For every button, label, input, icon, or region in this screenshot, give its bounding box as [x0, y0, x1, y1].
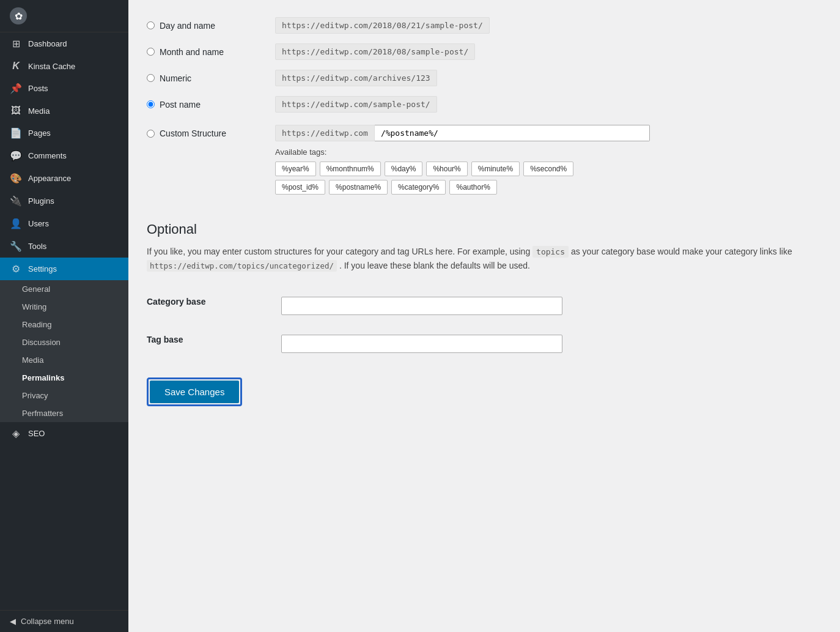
custom-url-input[interactable] [375, 125, 650, 141]
tag-button[interactable]: %author% [449, 180, 496, 195]
tag-button[interactable]: %post_id% [275, 180, 325, 195]
optional-title: Optional [147, 221, 822, 237]
permalink-option-numeric: Numeric https://editwp.com/archives/123 [147, 65, 822, 91]
radio-label-post-name[interactable]: Post name [147, 100, 263, 110]
sidebar: ✿ ⊞ Dashboard K Kinsta Cache 📌 Posts 🖼 M… [0, 0, 128, 632]
radio-numeric[interactable] [147, 74, 155, 82]
radio-post-name[interactable] [147, 100, 155, 108]
radio-month-name[interactable] [147, 48, 155, 56]
url-display-day-name: https://editwp.com/2018/08/21/sample-pos… [275, 17, 490, 34]
submenu-item-media[interactable]: Media [0, 351, 128, 369]
pages-icon: 📄 [10, 127, 22, 139]
radio-custom[interactable] [147, 130, 155, 138]
appearance-icon: 🎨 [10, 173, 22, 184]
tag-button[interactable]: %day% [385, 162, 423, 176]
sidebar-item-comments[interactable]: 💬 Comments [0, 144, 128, 167]
submenu-item-general[interactable]: General [0, 280, 128, 298]
tag-base-label: Tag base [147, 325, 281, 363]
submenu-item-discussion[interactable]: Discussion [0, 333, 128, 351]
submenu-label: Privacy [22, 391, 48, 400]
submenu-label: Discussion [22, 338, 61, 347]
submenu-item-privacy[interactable]: Privacy [0, 387, 128, 404]
kinsta-icon: K [10, 61, 22, 72]
sidebar-item-pages[interactable]: 📄 Pages [0, 122, 128, 144]
category-base-row: Category base [147, 287, 822, 325]
radio-label-custom[interactable]: Custom Structure [147, 128, 263, 138]
sidebar-item-label: Dashboard [28, 39, 67, 48]
submenu-item-perfmatters[interactable]: Perfmatters [0, 404, 128, 422]
radio-day-name[interactable] [147, 21, 155, 29]
permalink-option-post-name: Post name https://editwp.com/sample-post… [147, 91, 822, 117]
seo-icon: ◈ [10, 428, 22, 439]
sidebar-item-posts[interactable]: 📌 Posts [0, 77, 128, 100]
option-label: Numeric [160, 73, 191, 83]
tags-row-2: %post_id%%postname%%category%%author% [275, 180, 650, 195]
sidebar-item-media[interactable]: 🖼 Media [0, 100, 128, 122]
sidebar-item-label: SEO [28, 429, 45, 438]
sidebar-item-label: Users [28, 219, 49, 228]
tags-row-1: %year%%monthnum%%day%%hour%%minute%%seco… [275, 162, 650, 176]
sidebar-item-label: Pages [28, 128, 51, 138]
sidebar-item-kinsta-cache[interactable]: K Kinsta Cache [0, 55, 128, 77]
sidebar-item-dashboard[interactable]: ⊞ Dashboard [0, 32, 128, 55]
sidebar-item-appearance[interactable]: 🎨 Appearance [0, 167, 128, 190]
wp-icon: ✿ [10, 7, 27, 24]
optional-form-table: Category base Tag base [147, 287, 822, 363]
option-label: Day and name [160, 21, 215, 31]
submenu-item-permalinks[interactable]: Permalinks ◀ [0, 369, 128, 387]
save-changes-button[interactable]: Save Changes [150, 381, 239, 403]
radio-label-month-name[interactable]: Month and name [147, 47, 263, 57]
optional-section: Optional If you like, you may enter cust… [147, 221, 822, 406]
desc-middle: as your category base would make your ca… [571, 247, 792, 256]
sidebar-item-label: Posts [28, 84, 48, 93]
sidebar-item-users[interactable]: 👤 Users [0, 212, 128, 235]
tag-button[interactable]: %second% [523, 162, 573, 176]
media-icon: 🖼 [10, 105, 22, 116]
submenu-label: Reading [22, 320, 51, 329]
radio-label-day-name[interactable]: Day and name [147, 21, 263, 31]
submenu-item-writing[interactable]: Writing [0, 298, 128, 316]
tag-button[interactable]: %postname% [329, 180, 388, 195]
tag-button[interactable]: %year% [275, 162, 316, 176]
tag-button[interactable]: %hour% [426, 162, 467, 176]
permalink-option-month-name: Month and name https://editwp.com/2018/0… [147, 39, 822, 65]
tag-button[interactable]: %monthnum% [320, 162, 381, 176]
permalink-option-day-name: Day and name https://editwp.com/2018/08/… [147, 12, 822, 39]
option-label: Post name [160, 100, 201, 110]
category-base-label: Category base [147, 287, 281, 325]
sidebar-item-label: Tools [28, 242, 46, 251]
sidebar-item-tools[interactable]: 🔧 Tools [0, 235, 128, 258]
collapse-icon: ◀ [10, 617, 16, 626]
users-icon: 👤 [10, 218, 22, 229]
main-content: Day and name https://editwp.com/2018/08/… [128, 0, 840, 632]
tag-button[interactable]: %category% [391, 180, 446, 195]
sidebar-item-plugins[interactable]: 🔌 Plugins [0, 190, 128, 212]
tag-base-row: Tag base [147, 325, 822, 363]
radio-label-numeric[interactable]: Numeric [147, 73, 263, 83]
sidebar-item-label: Plugins [28, 196, 54, 206]
plugins-icon: 🔌 [10, 195, 22, 207]
option-label: Custom Structure [160, 128, 226, 138]
sidebar-item-seo[interactable]: ◈ SEO [0, 422, 128, 445]
sidebar-item-label: Comments [28, 151, 67, 160]
submenu-item-reading[interactable]: Reading [0, 316, 128, 333]
tag-base-input[interactable] [281, 335, 562, 353]
topics-badge: topics [532, 246, 569, 258]
posts-icon: 📌 [10, 83, 22, 94]
custom-structure-inputs: https://editwp.com Available tags: %year… [275, 125, 650, 198]
site-logo: ✿ [0, 0, 128, 32]
tag-button[interactable]: %minute% [471, 162, 520, 176]
collapse-menu-button[interactable]: ◀ Collapse menu [0, 610, 128, 632]
sidebar-item-label: Appearance [28, 174, 71, 183]
url-display-numeric: https://editwp.com/archives/123 [275, 70, 437, 86]
option-label: Month and name [160, 47, 224, 57]
sidebar-item-settings[interactable]: ⚙ Settings [0, 258, 128, 280]
submenu-label: Permalinks [22, 373, 64, 382]
save-button-wrapper: Save Changes [147, 377, 242, 406]
available-tags-label: Available tags: [275, 147, 650, 157]
url-display-month-name: https://editwp.com/2018/08/sample-post/ [275, 43, 475, 60]
optional-description: If you like, you may enter custom struct… [147, 245, 822, 272]
url-prefix: https://editwp.com [275, 125, 375, 141]
category-base-input[interactable] [281, 297, 562, 315]
submenu-label: Media [22, 355, 43, 365]
